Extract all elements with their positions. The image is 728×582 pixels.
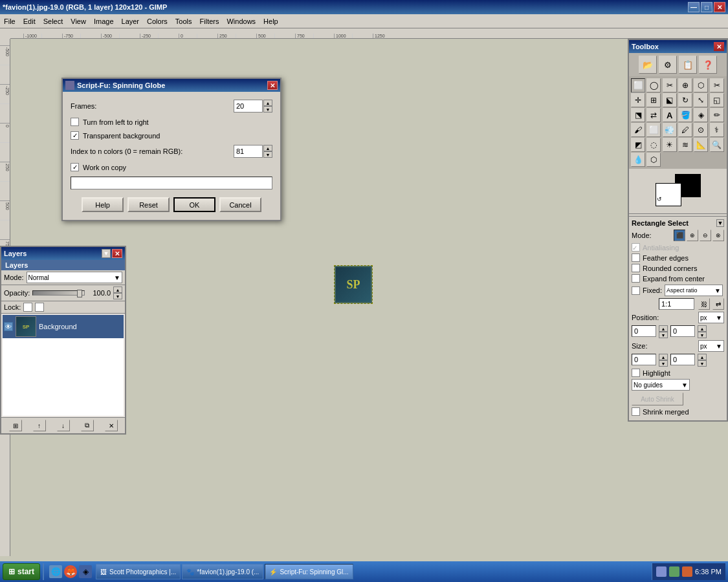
toolbox-close-button[interactable]: ✕: [714, 42, 724, 51]
menu-image[interactable]: Image: [90, 16, 118, 27]
tool-free-select[interactable]: ✂: [663, 78, 677, 92]
mode-add-icon[interactable]: ⊕: [687, 230, 698, 241]
tool-shear[interactable]: ◱: [710, 93, 724, 107]
opacity-slider[interactable]: [32, 290, 85, 296]
tool-prefs-button[interactable]: ⚙: [659, 56, 677, 74]
ok-button[interactable]: OK: [173, 197, 215, 212]
tool-heal[interactable]: ⚕: [710, 123, 724, 137]
tool-color-picker[interactable]: 💧: [631, 153, 645, 167]
size-w-up[interactable]: ▲: [659, 354, 668, 360]
opacity-handle[interactable]: [77, 290, 82, 297]
pos-x-up[interactable]: ▲: [659, 325, 668, 332]
tool-extra-button[interactable]: 📋: [679, 56, 697, 74]
tool-eraser[interactable]: ⬜: [646, 123, 661, 137]
tool-align[interactable]: ⊞: [646, 93, 661, 107]
tool-measure[interactable]: 📐: [694, 138, 708, 152]
tool-rect-select[interactable]: ⬜: [631, 78, 645, 92]
tool-perspective[interactable]: ⬔: [631, 108, 645, 122]
layer-visibility-icon[interactable]: 👁: [4, 322, 13, 331]
lower-layer-button[interactable]: ↓: [57, 420, 70, 431]
tool-dodge-burn[interactable]: ☀: [663, 138, 677, 152]
tool-flip[interactable]: ⇄: [646, 108, 661, 122]
taskbar-item-scriptfu[interactable]: ⚡ Script-Fu: Spinning Gl...: [265, 564, 353, 579]
pos-x-input[interactable]: [632, 325, 656, 337]
shrink-merged-checkbox[interactable]: [632, 407, 640, 416]
highlight-checkbox[interactable]: [632, 369, 640, 377]
size-w-input[interactable]: [632, 354, 656, 365]
help-button[interactable]: Help: [82, 197, 124, 212]
background-color[interactable]: [656, 183, 681, 206]
fixed-dropdown[interactable]: Aspect ratio ▼: [665, 285, 723, 296]
pos-y-down[interactable]: ▼: [698, 332, 707, 338]
mode-dropdown[interactable]: Normal ▼: [27, 272, 122, 283]
swap-colors-icon[interactable]: ↗: [689, 175, 694, 182]
size-h-input[interactable]: [670, 354, 695, 365]
firefox-icon[interactable]: 🦊: [64, 565, 77, 578]
menu-windows[interactable]: Windows: [223, 16, 259, 27]
tool-ink[interactable]: 🖊: [678, 123, 692, 137]
tool-move[interactable]: ✛: [631, 93, 645, 107]
size-h-up[interactable]: ▲: [698, 354, 707, 360]
start-button[interactable]: ⊞ start: [3, 563, 40, 580]
auto-shrink-button[interactable]: Auto Shrink: [632, 393, 683, 405]
size-w-down[interactable]: ▼: [659, 360, 668, 367]
frames-up-button[interactable]: ▲: [263, 100, 272, 106]
frames-input[interactable]: [234, 100, 263, 113]
guides-dropdown[interactable]: No guides ▼: [632, 379, 690, 391]
pos-unit-dropdown[interactable]: px ▼: [698, 312, 724, 323]
turn-checkbox[interactable]: [71, 118, 79, 126]
tool-clone[interactable]: ⊙: [694, 123, 708, 137]
minimize-button[interactable]: —: [688, 2, 700, 12]
menu-view[interactable]: View: [67, 16, 90, 27]
duplicate-layer-button[interactable]: ⧉: [81, 420, 94, 431]
tool-rotate[interactable]: ↻: [678, 93, 692, 107]
layers-close-button[interactable]: ✕: [112, 249, 122, 258]
fixed-input[interactable]: [659, 298, 694, 310]
tool-crop[interactable]: ⬕: [663, 93, 677, 107]
tool-fuzzy-select[interactable]: ⊕: [678, 78, 692, 92]
fixed-checkbox[interactable]: [632, 286, 640, 295]
fixed-swap-button[interactable]: ⇄: [712, 298, 724, 310]
delete-layer-button[interactable]: ✕: [105, 420, 118, 431]
menu-select[interactable]: Select: [39, 16, 67, 27]
taskbar-item-scott[interactable]: 🖼 Scott Photographics |...: [96, 564, 181, 579]
tool-scissors-select[interactable]: ✂: [710, 78, 724, 92]
lock-pixels-icon[interactable]: [23, 303, 32, 312]
tool-help-button[interactable]: ❓: [699, 56, 717, 74]
raise-layer-button[interactable]: ↑: [33, 420, 46, 431]
mode-replace-icon[interactable]: ⬛: [674, 230, 685, 241]
ie-icon[interactable]: 🌐: [49, 565, 62, 578]
opacity-up-button[interactable]: ▲: [113, 286, 122, 293]
index-down-button[interactable]: ▼: [263, 151, 272, 158]
index-up-button[interactable]: ▲: [263, 145, 272, 151]
tool-pencil[interactable]: ✏: [710, 108, 724, 122]
menu-tools[interactable]: Tools: [171, 16, 196, 27]
taskbar-item-gimp[interactable]: 🐾 *favion(1).jpg-19.0 (...: [182, 564, 263, 579]
options-expand-button[interactable]: ▼: [716, 219, 724, 227]
tool-select-by-color[interactable]: ⬡: [694, 78, 708, 92]
pos-x-down[interactable]: ▼: [659, 332, 668, 338]
menu-filters[interactable]: Filters: [196, 16, 223, 27]
menu-colors[interactable]: Colors: [143, 16, 171, 27]
reset-button[interactable]: Reset: [127, 197, 170, 212]
mode-subtract-icon[interactable]: ⊖: [700, 230, 711, 241]
lock-position-icon[interactable]: [35, 303, 44, 312]
tool-paths[interactable]: ⬡: [646, 153, 661, 167]
work-checkbox[interactable]: [71, 163, 79, 171]
mode-intersect-icon[interactable]: ⊗: [712, 230, 724, 241]
tool-airbrush[interactable]: 💨: [663, 123, 677, 137]
tool-open-button[interactable]: 📂: [639, 56, 657, 74]
size-h-down[interactable]: ▼: [698, 360, 707, 367]
app-icon[interactable]: ◈: [79, 565, 92, 578]
menu-help[interactable]: Help: [259, 16, 282, 27]
opacity-down-button[interactable]: ▼: [113, 293, 122, 299]
tool-blend[interactable]: ◈: [694, 108, 708, 122]
layer-item[interactable]: 👁 SP Background: [3, 315, 124, 338]
menu-edit[interactable]: Edit: [19, 16, 39, 27]
size-unit-dropdown[interactable]: px ▼: [698, 340, 724, 352]
rounded-checkbox[interactable]: [632, 264, 640, 272]
menu-layer[interactable]: Layer: [118, 16, 144, 27]
reset-colors-icon[interactable]: ↺: [657, 196, 662, 202]
index-input[interactable]: [234, 145, 263, 158]
new-layer-button[interactable]: ⊞: [9, 420, 22, 431]
